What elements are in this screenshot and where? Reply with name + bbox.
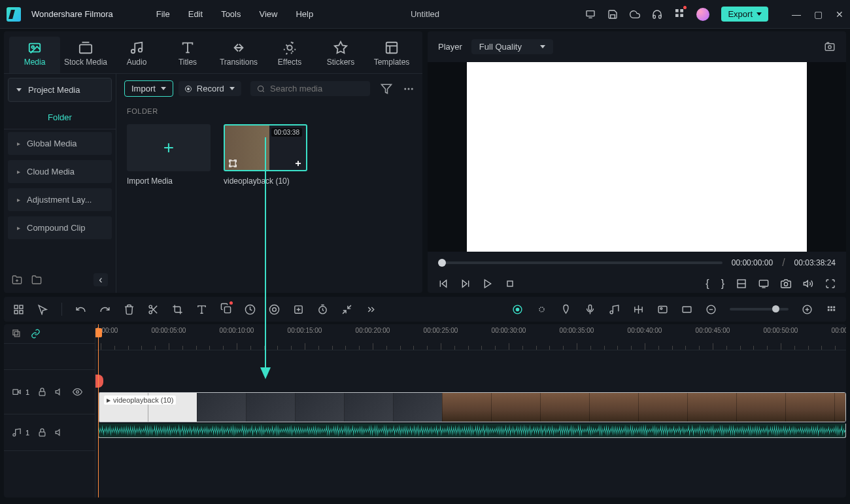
- mic-icon[interactable]: [585, 304, 596, 315]
- sidebar-compound-clip[interactable]: Compound Clip: [8, 216, 112, 239]
- playhead[interactable]: [98, 324, 99, 497]
- step-forward-icon[interactable]: [460, 278, 471, 289]
- more-tools-icon[interactable]: [366, 304, 377, 315]
- brightness-icon[interactable]: [536, 304, 547, 315]
- media-search[interactable]: [250, 81, 370, 96]
- import-dropdown[interactable]: Import: [124, 80, 173, 97]
- snapshot-icon[interactable]: [824, 41, 836, 53]
- link-icon[interactable]: [31, 329, 41, 339]
- split-icon[interactable]: [148, 304, 159, 315]
- video-track-header[interactable]: 1: [4, 370, 95, 414]
- text-icon[interactable]: [196, 304, 207, 315]
- layout-dropdown-icon[interactable]: [736, 278, 747, 289]
- media-clip-tile[interactable]: 00:03:38 videoplayback (10): [224, 124, 307, 186]
- menu-file[interactable]: File: [156, 9, 170, 19]
- sidebar-global-media[interactable]: Global Media: [8, 132, 112, 155]
- aspect-icon[interactable]: [681, 304, 692, 315]
- window-maximize[interactable]: ▢: [814, 9, 823, 20]
- marker-handle[interactable]: [95, 375, 103, 388]
- tab-templates[interactable]: Templates: [366, 37, 417, 73]
- sidebar-folder-active[interactable]: Folder: [4, 106, 116, 129]
- zoom-in-icon[interactable]: [802, 304, 813, 315]
- new-bin-icon[interactable]: [31, 275, 42, 285]
- track-body[interactable]: 00:00:00:0000:00:05:0000:00:10:0000:00:1…: [95, 324, 846, 497]
- audio-stretch-icon[interactable]: [633, 304, 644, 315]
- audio-track-header[interactable]: 1: [4, 414, 95, 451]
- audio-mix-icon[interactable]: [609, 304, 620, 315]
- display-mode-icon[interactable]: [758, 278, 769, 289]
- svg-point-27: [828, 45, 832, 48]
- preview-viewport[interactable]: [428, 62, 846, 252]
- fullscreen-icon[interactable]: [825, 278, 836, 289]
- lock-icon[interactable]: [37, 387, 47, 397]
- filter-icon[interactable]: [381, 83, 392, 95]
- menu-tools[interactable]: Tools: [221, 9, 241, 19]
- tab-stickers[interactable]: Stickers: [315, 37, 366, 73]
- collapse-sidebar-button[interactable]: ‹: [94, 273, 108, 286]
- tab-audio[interactable]: Audio: [111, 37, 162, 73]
- fit-icon[interactable]: [228, 159, 237, 168]
- mute-icon[interactable]: [55, 387, 65, 397]
- prev-frame-icon[interactable]: [438, 278, 449, 289]
- headphones-icon[interactable]: [652, 9, 662, 20]
- delete-icon[interactable]: [124, 304, 135, 315]
- cursor-icon[interactable]: [37, 304, 48, 315]
- visibility-icon[interactable]: [73, 387, 82, 397]
- mute-icon[interactable]: [55, 428, 65, 437]
- apps-icon[interactable]: [674, 8, 685, 21]
- picture-icon[interactable]: [657, 304, 668, 315]
- add-to-timeline-icon[interactable]: [294, 159, 303, 168]
- volume-icon[interactable]: [803, 278, 813, 289]
- more-icon[interactable]: [403, 83, 415, 95]
- timer-icon[interactable]: [317, 304, 328, 315]
- speed-icon[interactable]: [245, 304, 256, 315]
- window-close[interactable]: ✕: [836, 9, 843, 20]
- menu-view[interactable]: View: [259, 9, 277, 19]
- display-icon[interactable]: [585, 9, 596, 20]
- scrub-slider[interactable]: [438, 261, 722, 264]
- color-icon[interactable]: [269, 304, 280, 315]
- timeline-ruler[interactable]: 00:00:00:0000:00:05:0000:00:10:0000:00:1…: [95, 324, 846, 350]
- tab-stock-media[interactable]: Stock Media: [60, 37, 111, 73]
- undo-icon[interactable]: [75, 304, 86, 315]
- mark-in-icon[interactable]: {: [706, 278, 709, 290]
- toolbox-icon[interactable]: [13, 304, 24, 315]
- expand-icon[interactable]: [341, 304, 352, 315]
- tab-effects[interactable]: Effects: [264, 37, 315, 73]
- search-input[interactable]: [270, 84, 364, 93]
- tab-transitions[interactable]: Transitions: [213, 37, 264, 73]
- import-media-tile[interactable]: + Import Media: [127, 124, 211, 186]
- lock-icon[interactable]: [37, 428, 47, 437]
- tab-media[interactable]: Media: [9, 37, 60, 73]
- redo-icon[interactable]: [99, 304, 110, 315]
- tab-titles[interactable]: Titles: [162, 37, 213, 73]
- sidebar-adjustment-layer[interactable]: Adjustment Lay...: [8, 188, 112, 211]
- svg-point-10: [139, 48, 143, 52]
- stop-icon[interactable]: [505, 278, 515, 289]
- play-icon[interactable]: [483, 278, 493, 289]
- crop-icon[interactable]: [172, 304, 183, 315]
- sidebar-project-media[interactable]: Project Media: [8, 78, 112, 102]
- new-folder-icon[interactable]: [12, 275, 22, 285]
- zoom-slider[interactable]: [730, 308, 789, 311]
- view-options-icon[interactable]: [826, 304, 837, 315]
- render-preview-icon[interactable]: [512, 304, 523, 315]
- camera-icon[interactable]: [781, 278, 791, 289]
- quality-dropdown[interactable]: Full Quality: [471, 39, 553, 54]
- audio-clip[interactable]: [98, 424, 846, 438]
- export-button[interactable]: Export: [721, 7, 768, 22]
- menu-help[interactable]: Help: [296, 9, 313, 19]
- duplicate-track-icon[interactable]: [12, 329, 22, 339]
- window-minimize[interactable]: —: [792, 9, 801, 20]
- keyframe-icon[interactable]: [293, 304, 304, 315]
- video-clip[interactable]: videoplayback (10): [98, 392, 846, 422]
- menu-edit[interactable]: Edit: [188, 9, 203, 19]
- record-dropdown[interactable]: Record: [178, 81, 241, 96]
- mark-out-icon[interactable]: }: [721, 278, 724, 290]
- sidebar-cloud-media[interactable]: Cloud Media: [8, 160, 112, 183]
- user-avatar[interactable]: [696, 8, 709, 21]
- cloud-icon[interactable]: [630, 9, 640, 20]
- zoom-out-icon[interactable]: [706, 304, 717, 315]
- save-icon[interactable]: [607, 9, 618, 20]
- marker-icon[interactable]: [560, 304, 571, 315]
